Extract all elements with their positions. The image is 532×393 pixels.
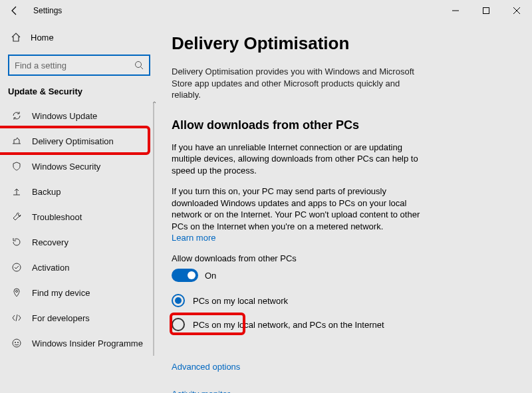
location-icon — [11, 287, 23, 298]
sidebar-home-label: Home — [31, 33, 54, 43]
sidebar-item-find-my-device[interactable]: Find my device — [5, 280, 153, 305]
radio-icon — [172, 294, 185, 307]
radio-label: PCs on my local network — [193, 296, 288, 306]
minimize-button[interactable] — [440, 0, 471, 21]
search-input[interactable] — [15, 61, 134, 70]
delivery-icon — [11, 136, 23, 146]
learn-more-link[interactable]: Learn more — [172, 233, 215, 243]
home-icon — [11, 32, 21, 43]
backup-icon — [11, 186, 23, 197]
section-para-2: If you turn this on, your PC may send pa… — [172, 186, 424, 244]
content-pane: Delivery Optimisation Delivery Optimisat… — [158, 21, 532, 393]
svg-point-8 — [17, 342, 19, 343]
svg-line-3 — [141, 67, 144, 70]
sidebar-item-label: For developers — [32, 313, 90, 323]
section-heading: Allow downloads from other PCs — [172, 118, 509, 132]
radio-local-network[interactable]: PCs on my local network — [172, 294, 509, 307]
sidebar-item-windows-update[interactable]: Windows Update — [5, 103, 153, 128]
window-title: Settings — [33, 6, 62, 15]
sidebar-item-delivery-optimisation[interactable]: Delivery Optimisation — [5, 128, 153, 154]
sidebar-item-recovery[interactable]: Recovery — [5, 229, 153, 255]
close-button[interactable] — [501, 0, 532, 21]
radio-icon — [172, 318, 185, 331]
sidebar-category: Update & Security — [8, 86, 150, 96]
recovery-icon — [11, 237, 23, 247]
insider-icon — [11, 338, 23, 348]
svg-point-6 — [13, 339, 21, 347]
activation-icon — [11, 262, 23, 273]
radio-label: PCs on my local network, and PCs on the … — [193, 320, 384, 330]
maximize-button[interactable] — [471, 0, 501, 21]
sidebar-item-windows-insider[interactable]: Windows Insider Programme — [5, 330, 153, 356]
sidebar-item-label: Delivery Optimisation — [32, 136, 114, 146]
sidebar-item-backup[interactable]: Backup — [5, 179, 153, 204]
nav-list: ⌃ Windows Update Delivery Optimisation W… — [5, 103, 153, 356]
sidebar: Home Update & Security ⌃ Windows Update — [0, 21, 158, 393]
titlebar: Settings — [0, 0, 532, 21]
sidebar-item-label: Find my device — [32, 288, 90, 298]
sidebar-home[interactable]: Home — [5, 27, 153, 48]
radio-local-and-internet[interactable]: PCs on my local network, and PCs on the … — [172, 318, 509, 331]
svg-point-7 — [15, 342, 16, 343]
sidebar-item-label: Windows Security — [32, 162, 100, 172]
svg-point-2 — [136, 62, 142, 68]
wrench-icon — [11, 211, 23, 222]
sync-icon — [11, 110, 23, 121]
sidebar-item-label: Troubleshoot — [32, 212, 82, 222]
search-box[interactable] — [8, 55, 150, 76]
toggle-state: On — [205, 271, 216, 281]
section-para-1: If you have an unreliable Internet conne… — [172, 142, 424, 177]
allow-downloads-toggle[interactable] — [172, 269, 198, 282]
sidebar-item-label: Windows Insider Programme — [32, 338, 143, 348]
sidebar-item-label: Recovery — [32, 237, 68, 247]
search-icon — [134, 61, 144, 70]
svg-point-5 — [16, 291, 18, 293]
sidebar-item-activation[interactable]: Activation — [5, 255, 153, 280]
svg-point-4 — [13, 263, 21, 271]
sidebar-item-for-developers[interactable]: For developers — [5, 305, 153, 330]
svg-rect-1 — [483, 8, 489, 14]
advanced-options-link[interactable]: Advanced options — [172, 358, 245, 376]
developer-icon — [11, 313, 23, 323]
back-button[interactable] — [7, 3, 23, 19]
sidebar-item-label: Backup — [32, 187, 61, 197]
scrollbar[interactable] — [153, 103, 154, 356]
toggle-label: Allow downloads from other PCs — [172, 253, 509, 263]
page-title: Delivery Optimisation — [172, 33, 509, 54]
shield-icon — [11, 161, 23, 172]
sidebar-item-label: Windows Update — [32, 111, 97, 121]
sidebar-item-troubleshoot[interactable]: Troubleshoot — [5, 204, 153, 229]
page-intro: Delivery Optimisation provides you with … — [172, 66, 431, 101]
activity-monitor-link[interactable]: Activity monitor — [172, 385, 509, 393]
sidebar-item-windows-security[interactable]: Windows Security — [5, 154, 153, 179]
sidebar-item-label: Activation — [32, 263, 69, 273]
